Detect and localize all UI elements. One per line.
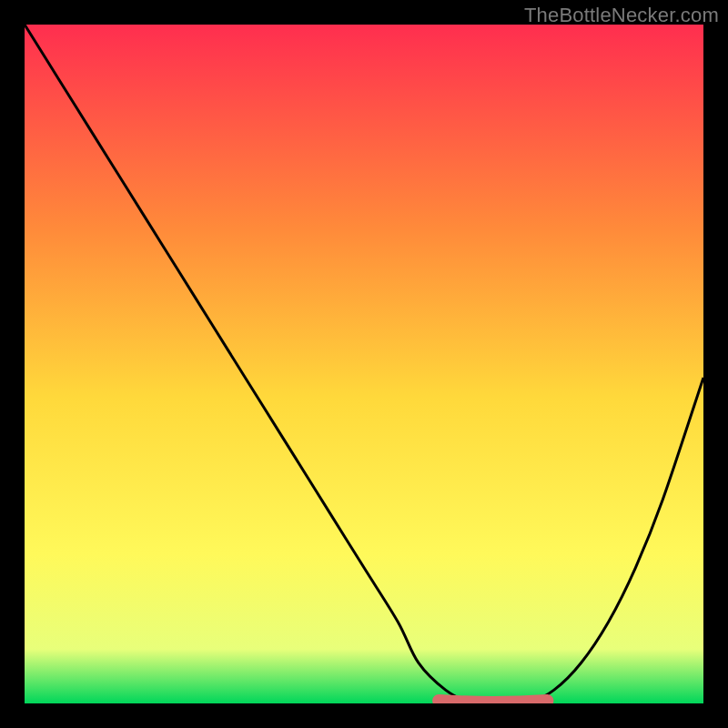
gradient-background <box>25 25 703 703</box>
chart-svg <box>25 25 703 703</box>
current-config-marker <box>439 701 547 703</box>
chart-stage: TheBottleNecker.com <box>0 0 728 728</box>
chart-plot-area <box>25 25 703 703</box>
watermark-text: TheBottleNecker.com <box>524 4 719 27</box>
